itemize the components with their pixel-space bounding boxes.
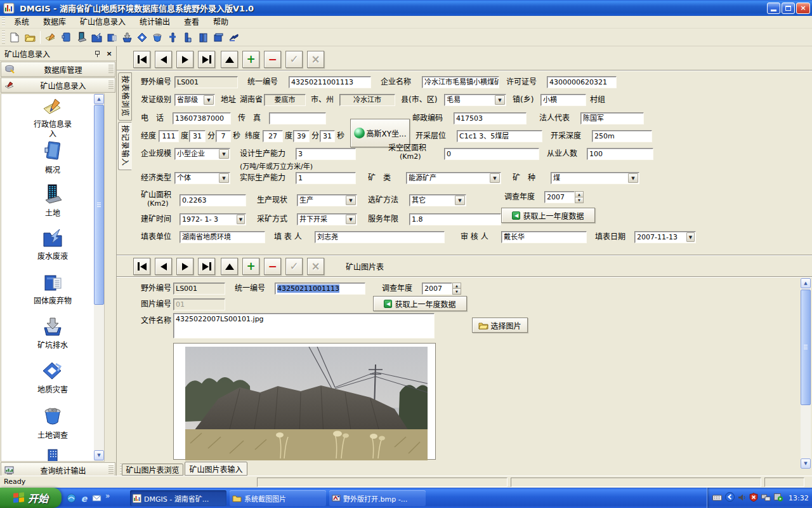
chevron-down-icon[interactable]: ▼ <box>219 149 229 159</box>
scroll-up-button[interactable]: ▲ <box>94 94 104 104</box>
sidebar-item-solid-waste[interactable]: 固体废弃物 <box>1 272 104 306</box>
menu-view[interactable]: 查看 <box>177 17 206 28</box>
mine-area-input[interactable]: 0.2263 <box>180 194 246 206</box>
tab-picture-entry[interactable]: 矿山图片表输入 <box>185 462 247 476</box>
pic-field-no-input[interactable]: LS001 <box>173 283 225 295</box>
fetch-last-year-button[interactable]: ◀ 获取上一年度数据 <box>501 208 595 223</box>
nav-up-button[interactable] <box>221 51 238 68</box>
quicklaunch-desktop-icon[interactable] <box>66 493 77 504</box>
minimize-button[interactable] <box>767 3 780 14</box>
built-time-combo[interactable]: 1972- 1- 3▼ <box>180 213 246 225</box>
tool-overview-icon[interactable] <box>59 30 73 44</box>
economic-type-combo[interactable]: 个体▼ <box>174 172 230 184</box>
fax-input[interactable] <box>269 112 326 124</box>
sidebar-item-partial[interactable] <box>1 448 104 462</box>
license-input[interactable]: 4300000620321 <box>547 76 617 88</box>
sidebar-item-land-survey[interactable]: 土地调查 <box>1 406 104 441</box>
pic-fetch-last-year-button[interactable]: ◀ 获取上一年度数据 <box>373 296 467 311</box>
unified-no-input[interactable]: 43250211001113 <box>289 76 371 88</box>
task-folder[interactable]: 系统截图图片 <box>230 490 326 506</box>
mine-kind-combo[interactable]: 煤▼ <box>551 172 639 184</box>
cert-level-combo[interactable]: 省部级▼ <box>174 94 215 106</box>
production-status-combo[interactable]: 生产▼ <box>297 194 357 206</box>
chevron-down-icon[interactable]: ▼ <box>686 232 695 242</box>
menu-help[interactable]: 帮助 <box>206 17 235 28</box>
sidebar-item-wastewater[interactable]: 废水废液 <box>1 228 104 262</box>
pic-nav-add-button[interactable]: + <box>242 258 259 275</box>
open-file-icon[interactable] <box>23 30 37 44</box>
spin-down-icon[interactable]: ▼ <box>452 288 461 295</box>
scroll-thumb[interactable] <box>94 105 104 305</box>
network-tray-icon[interactable] <box>761 492 771 504</box>
menu-mine-entry[interactable]: 矿山信息录入 <box>73 17 133 28</box>
tool-wastewater-icon[interactable] <box>89 30 103 44</box>
chevron-down-icon[interactable]: ▼ <box>628 173 638 183</box>
tool-drainage-icon[interactable] <box>120 30 134 44</box>
chevron-down-icon[interactable]: ▼ <box>346 196 356 205</box>
file-name-input[interactable]: 4325022007LS00101.jpg <box>173 313 435 338</box>
nav-delete-button[interactable]: − <box>264 51 281 68</box>
nav-next-button[interactable] <box>176 51 193 68</box>
pic-nav-delete-button[interactable]: − <box>264 258 281 275</box>
lon-sec-input[interactable]: 7 <box>216 130 231 142</box>
pic-survey-year-input[interactable]: 2007 <box>422 283 452 295</box>
postcode-input[interactable]: 417503 <box>454 112 527 124</box>
sidebar-item-land[interactable]: 土地 <box>1 184 104 218</box>
lat-sec-input[interactable]: 31 <box>320 130 335 142</box>
scroll-down-button[interactable]: ▼ <box>801 458 811 469</box>
tool-admin-entry-icon[interactable] <box>44 30 58 44</box>
volume-tray-icon[interactable] <box>738 492 746 504</box>
spin-down-icon[interactable]: ▼ <box>575 197 584 203</box>
survey-year-spinner[interactable]: ▲ ▼ <box>575 191 584 203</box>
tool-solid-waste-icon[interactable] <box>105 30 119 44</box>
auditor-input[interactable]: 戴长华 <box>501 231 587 243</box>
scroll-up-button[interactable]: ▲ <box>801 278 811 288</box>
sidebar-group-mine-entry[interactable]: 矿山信息录入 <box>1 77 115 93</box>
pic-nav-first-button[interactable] <box>133 258 150 275</box>
nav-last-button[interactable] <box>198 51 215 68</box>
lon-min-input[interactable]: 31 <box>189 130 206 142</box>
scroll-down-button[interactable]: ▼ <box>94 450 104 460</box>
language-tray-icon[interactable] <box>725 492 735 504</box>
pin-icon[interactable] <box>93 50 102 58</box>
county-combo[interactable]: 毛易▼ <box>444 94 506 106</box>
phone-input[interactable]: 13607387000 <box>173 112 231 124</box>
survey-year-input[interactable]: 2007 <box>544 191 575 203</box>
nav-post-button[interactable]: ✓ <box>285 51 303 68</box>
nav-cancel-button[interactable]: × <box>307 51 324 68</box>
pic-no-input[interactable]: 01 <box>173 298 225 311</box>
sidebar-close-icon[interactable]: × <box>105 50 114 58</box>
legal-rep-input[interactable]: 陈国军 <box>580 112 644 124</box>
lon-deg-input[interactable]: 111 <box>159 130 179 142</box>
chevron-down-icon[interactable]: ▼ <box>490 173 500 183</box>
vtab-record-entry[interactable]: 按记录输入 <box>118 122 132 170</box>
tool-land-icon[interactable] <box>74 30 88 44</box>
tool-geohazard-icon[interactable] <box>135 30 149 44</box>
chevron-down-icon[interactable]: ▼ <box>204 95 214 105</box>
lat-min-input[interactable]: 39 <box>293 130 310 142</box>
town-input[interactable]: 小横 <box>540 94 586 106</box>
vtab-table-browse[interactable]: 按表格浏览 <box>118 72 132 121</box>
mine-class-combo[interactable]: 能源矿产▼ <box>406 172 501 184</box>
fill-unit-input[interactable]: 湖南省地质环境 <box>180 231 265 243</box>
menu-database[interactable]: 数据库 <box>36 17 73 28</box>
nav-first-button[interactable] <box>133 51 150 68</box>
goaf-area-input[interactable]: 0 <box>444 148 539 160</box>
mining-depth-input[interactable]: 250m <box>592 130 652 142</box>
fill-person-input[interactable]: 刘志尧 <box>315 231 445 243</box>
mining-layer-input[interactable]: C1c1 3、5煤层 <box>457 130 542 142</box>
enterprise-input[interactable]: 冷水江市毛易镇小横煤矿 <box>422 76 499 88</box>
field-no-input[interactable]: LS001 <box>174 76 238 88</box>
enterprise-scale-combo[interactable]: 小型企业▼ <box>174 148 230 160</box>
start-button[interactable]: 开始 <box>0 488 62 508</box>
pic-nav-cancel-button[interactable]: × <box>307 258 324 275</box>
new-file-icon[interactable] <box>8 30 22 44</box>
sidebar-item-geohazard[interactable]: 地质灾害 <box>1 361 104 395</box>
quicklaunch-ie-icon[interactable]: e <box>79 493 89 504</box>
service-years-input[interactable]: 1.8 <box>409 213 501 225</box>
task-paint[interactable]: 野外版打开.bmp -... <box>329 490 426 506</box>
menu-stat-output[interactable]: 统计输出 <box>133 17 177 28</box>
tool-exit-icon[interactable] <box>226 30 240 44</box>
sidebar-scrollbar[interactable]: ▲ ▼ <box>94 94 104 461</box>
picture-panel-scrollbar[interactable]: ▲ ▼ <box>801 278 811 469</box>
